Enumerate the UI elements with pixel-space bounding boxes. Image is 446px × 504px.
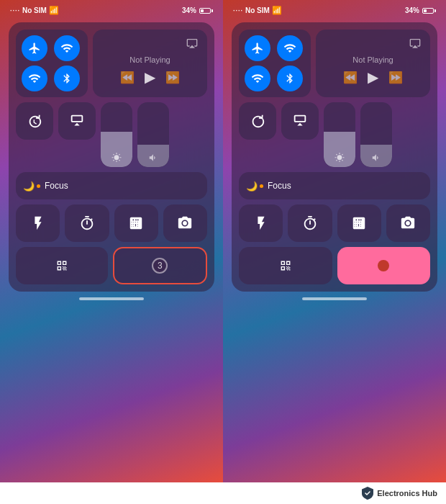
calculator-button-right[interactable] [337, 204, 381, 242]
status-right-right: 34% [405, 6, 436, 14]
airplane-mode-button-left[interactable] [22, 35, 47, 61]
focus-icon-wrap-right: 🌙 [246, 181, 263, 192]
flashlight-button-right[interactable] [239, 204, 283, 242]
top-row-left: Not Playing ⏪ ▶ ⏩ [16, 30, 207, 97]
wifi-icon-right: 📶 [272, 6, 282, 15]
qr-scanner-button-left[interactable] [16, 247, 108, 284]
battery-percent: 34% [182, 6, 196, 14]
timer-button-right[interactable] [288, 204, 332, 242]
status-bar-left: ···· No SIM 📶 34% [0, 0, 223, 18]
battery-icon-right [422, 8, 436, 14]
focus-dot-right [260, 184, 263, 188]
home-indicator-right [223, 292, 446, 303]
home-indicator-left [0, 292, 223, 303]
control-center-panel-right: Not Playing ⏪ ▶ ⏩ [232, 22, 437, 292]
screen-mirror-button-right[interactable] [281, 102, 319, 140]
camera-button-left[interactable] [163, 204, 207, 242]
media-top-right [323, 35, 423, 51]
top-row-right: Not Playing ⏪ ▶ ⏩ [239, 30, 430, 97]
volume-slider-right[interactable] [360, 102, 392, 167]
branding-text: Electronics Hub [377, 489, 437, 498]
brightness-slider-right[interactable] [324, 102, 355, 167]
media-controls-right: ⏪ ▶ ⏩ [323, 68, 423, 86]
media-block-left: Not Playing ⏪ ▶ ⏩ [93, 30, 207, 97]
logo-shield-icon [362, 487, 373, 500]
utility-row-left [16, 204, 207, 242]
screenshots-row: ···· No SIM 📶 34% [0, 0, 446, 482]
focus-label-right: Focus [268, 181, 291, 191]
qr-scanner-button-right[interactable] [239, 247, 332, 284]
focus-label-left: Focus [45, 181, 68, 191]
bluetooth-button-left[interactable] [54, 66, 80, 91]
not-playing-text-right: Not Playing [323, 55, 423, 64]
battery-percent-right: 34% [405, 6, 419, 14]
lock-rotation-button-left[interactable] [16, 102, 53, 140]
svg-point-1 [406, 221, 410, 225]
play-button-left[interactable]: ▶ [145, 68, 155, 86]
screen-record-badge: 3 [152, 258, 168, 274]
electronics-hub-logo: Electronics Hub [362, 487, 437, 500]
focus-button-left[interactable]: 🌙 Focus [16, 172, 207, 199]
lock-rotation-button-right[interactable] [239, 102, 276, 140]
focus-icon-wrap: 🌙 [23, 181, 40, 192]
battery-icon [199, 8, 213, 14]
home-bar [79, 297, 144, 300]
airplay-icon-right[interactable] [407, 35, 423, 51]
carrier-text-right: No SIM [245, 6, 270, 14]
cellular-button-left[interactable] [54, 35, 80, 61]
utility-row-right [239, 204, 430, 242]
bottom-row-left: 3 [16, 247, 207, 284]
branding-bar: Electronics Hub [0, 482, 446, 504]
status-right: 34% [182, 6, 213, 14]
not-playing-text-left: Not Playing [100, 55, 200, 64]
play-button-right[interactable]: ▶ [368, 68, 378, 86]
signal-dots-right: ···· [233, 7, 243, 14]
connectivity-block-right [239, 30, 311, 97]
bottom-row-right [239, 247, 430, 284]
fast-forward-button-right[interactable]: ⏩ [388, 71, 403, 84]
screen-record-button-left[interactable]: 3 [113, 247, 208, 284]
media-block-right: Not Playing ⏪ ▶ ⏩ [316, 30, 430, 97]
moon-icon-right: 🌙 [246, 181, 258, 192]
screen-record-button-right[interactable] [337, 247, 431, 284]
media-controls-left: ⏪ ▶ ⏩ [100, 68, 200, 86]
svg-point-0 [183, 221, 187, 225]
wifi-button-left[interactable] [22, 66, 47, 91]
brightness-slider-left[interactable] [101, 102, 132, 167]
rewind-button-right[interactable]: ⏪ [343, 71, 358, 84]
timer-button-left[interactable] [65, 204, 109, 242]
screen-record-active-dot [378, 260, 389, 271]
media-top-left [100, 35, 200, 51]
rewind-button-left[interactable]: ⏪ [120, 71, 135, 84]
focus-button-right[interactable]: 🌙 Focus [239, 172, 430, 199]
flashlight-button-left[interactable] [16, 204, 60, 242]
bluetooth-button-right[interactable] [277, 66, 303, 91]
wifi-button-right[interactable] [245, 66, 270, 91]
status-bar-right: ···· No SIM 📶 34% [223, 0, 446, 18]
focus-dot [37, 184, 40, 188]
status-left-right: ···· No SIM 📶 [233, 6, 282, 15]
signal-dots: ···· [10, 7, 20, 14]
connectivity-block-left [16, 30, 88, 97]
home-bar-right [302, 297, 367, 300]
airplane-mode-button-right[interactable] [245, 35, 270, 61]
status-left: ···· No SIM 📶 [10, 6, 59, 15]
carrier-text: No SIM [22, 6, 47, 14]
wifi-icon: 📶 [49, 6, 59, 15]
focus-row-left: 🌙 Focus [16, 172, 207, 199]
screen-mirror-button-left[interactable] [58, 102, 96, 140]
airplay-icon-left[interactable] [184, 35, 200, 51]
second-row-left [16, 102, 207, 167]
left-phone-screen: ···· No SIM 📶 34% [0, 0, 223, 482]
control-center-panel-left: Not Playing ⏪ ▶ ⏩ [9, 22, 214, 292]
camera-button-right[interactable] [386, 204, 430, 242]
fast-forward-button-left[interactable]: ⏩ [165, 71, 180, 84]
focus-row-right: 🌙 Focus [239, 172, 430, 199]
second-row-right [239, 102, 430, 167]
cellular-button-right[interactable] [277, 35, 303, 61]
calculator-button-left[interactable] [114, 204, 158, 242]
moon-icon: 🌙 [23, 181, 35, 192]
volume-slider-left[interactable] [137, 102, 169, 167]
right-phone-screen: ···· No SIM 📶 34% [223, 0, 446, 482]
